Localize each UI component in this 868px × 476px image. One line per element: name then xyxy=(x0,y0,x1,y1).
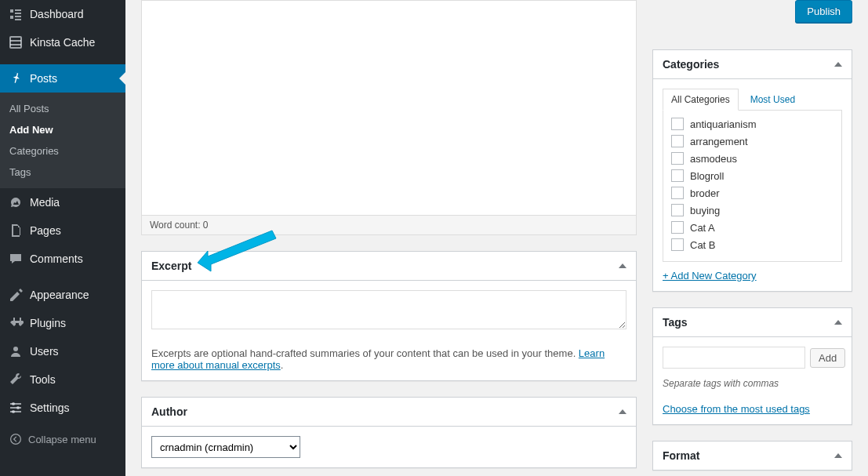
menu-appearance[interactable]: Appearance xyxy=(0,281,125,309)
collapse-icon xyxy=(8,431,24,447)
main-content: Word count: 0 Excerpt Excerpts are optio… xyxy=(125,0,868,476)
postbox-tags-header[interactable]: Tags xyxy=(653,308,852,337)
category-checkbox[interactable] xyxy=(671,187,684,199)
category-checkbox[interactable] xyxy=(671,204,684,216)
pin-icon xyxy=(8,71,24,86)
tools-icon xyxy=(8,372,24,387)
category-item[interactable]: broder xyxy=(671,184,833,202)
svg-rect-0 xyxy=(10,37,21,48)
svg-point-3 xyxy=(13,347,18,351)
category-item[interactable]: buying xyxy=(671,202,833,219)
menu-label: Plugins xyxy=(30,317,66,329)
submenu-posts: All Posts Add New Categories Tags xyxy=(0,93,125,188)
appearance-icon xyxy=(8,287,24,303)
menu-label: Posts xyxy=(30,72,57,85)
settings-icon xyxy=(8,400,24,416)
category-checkbox[interactable] xyxy=(671,118,684,130)
collapse-menu[interactable]: Collapse menu xyxy=(0,425,125,453)
menu-label: Tools xyxy=(30,373,56,386)
add-tag-button[interactable]: Add xyxy=(810,348,845,368)
media-icon xyxy=(8,194,24,210)
category-item[interactable]: arrangement xyxy=(671,133,833,150)
category-label: Cat B xyxy=(690,239,716,251)
choose-tags-link[interactable]: Choose from the most used tags xyxy=(663,403,810,415)
category-label: arrangement xyxy=(690,136,748,147)
publish-button[interactable]: Publish xyxy=(795,0,852,23)
add-category-link[interactable]: + Add New Category xyxy=(663,270,757,282)
menu-settings[interactable]: Settings xyxy=(0,394,125,422)
collapse-label: Collapse menu xyxy=(28,434,96,445)
word-count: Word count: 0 xyxy=(150,220,208,231)
postbox-author: Author crnadmin (crnadmin) xyxy=(141,397,637,468)
excerpt-help: Excerpts are optional hand-crafted summa… xyxy=(151,347,626,371)
tab-most-used[interactable]: Most Used xyxy=(742,89,804,111)
menu-pages[interactable]: Pages xyxy=(0,216,125,245)
category-item[interactable]: asmodeus xyxy=(671,150,833,167)
dashboard-icon xyxy=(8,6,24,22)
category-tabs: All Categories Most Used xyxy=(663,89,842,111)
admin-sidebar: Dashboard Kinsta Cache Posts All Posts A… xyxy=(0,0,125,476)
pages-icon xyxy=(8,223,24,238)
menu-label: Pages xyxy=(30,224,61,237)
postbox-format-header[interactable]: Format xyxy=(653,441,852,470)
categories-title: Categories xyxy=(663,58,719,71)
postbox-format: Format xyxy=(652,441,852,471)
category-checkbox[interactable] xyxy=(671,238,684,251)
menu-plugins[interactable]: Plugins xyxy=(0,309,125,337)
category-item[interactable]: Cat B xyxy=(671,236,833,253)
category-list[interactable]: antiquarianism arrangement asmodeus Blog… xyxy=(663,110,842,262)
submenu-add-new[interactable]: Add New xyxy=(0,119,125,140)
category-label: asmodeus xyxy=(690,153,737,165)
chevron-up-icon xyxy=(619,409,626,414)
category-checkbox[interactable] xyxy=(671,221,684,234)
menu-tools[interactable]: Tools xyxy=(0,365,125,394)
excerpt-help-period: . xyxy=(281,359,284,371)
chevron-up-icon xyxy=(834,62,842,67)
menu-kinsta-cache[interactable]: Kinsta Cache xyxy=(0,28,125,56)
tab-all-categories[interactable]: All Categories xyxy=(663,89,739,111)
menu-label: Kinsta Cache xyxy=(30,36,95,49)
category-label: broder xyxy=(690,187,720,199)
svg-point-8 xyxy=(16,406,20,409)
menu-label: Dashboard xyxy=(30,8,84,20)
category-item[interactable]: Cat A xyxy=(671,219,833,236)
category-checkbox[interactable] xyxy=(671,169,684,182)
menu-posts[interactable]: Posts xyxy=(0,64,125,93)
category-item[interactable]: antiquarianism xyxy=(671,115,833,133)
svg-point-9 xyxy=(12,410,15,413)
postbox-categories: Categories All Categories Most Used anti… xyxy=(652,49,852,292)
submenu-categories[interactable]: Categories xyxy=(0,140,125,162)
category-checkbox[interactable] xyxy=(671,135,684,147)
submenu-tags[interactable]: Tags xyxy=(0,162,125,183)
postbox-excerpt: Excerpt Excerpts are optional hand-craft… xyxy=(141,251,637,381)
format-title: Format xyxy=(663,449,699,462)
category-label: Blogroll xyxy=(690,170,724,182)
postbox-categories-header[interactable]: Categories xyxy=(653,50,852,79)
publish-bar: Publish xyxy=(652,0,852,31)
tags-title: Tags xyxy=(663,316,688,329)
menu-media[interactable]: Media xyxy=(0,188,125,216)
category-checkbox[interactable] xyxy=(671,152,684,165)
excerpt-input[interactable] xyxy=(151,290,626,329)
excerpt-help-text: Excerpts are optional hand-crafted summa… xyxy=(151,347,579,359)
author-select[interactable]: crnadmin (crnadmin) xyxy=(151,436,300,458)
editor-textarea[interactable] xyxy=(141,0,637,216)
author-title: Author xyxy=(151,405,187,418)
chevron-up-icon xyxy=(834,320,842,325)
menu-label: Comments xyxy=(30,253,83,265)
menu-comments[interactable]: Comments xyxy=(0,245,125,273)
svg-point-7 xyxy=(12,402,15,405)
submenu-all-posts[interactable]: All Posts xyxy=(0,98,125,119)
postbox-excerpt-header[interactable]: Excerpt xyxy=(142,252,636,281)
chevron-up-icon xyxy=(619,263,626,268)
plugins-icon xyxy=(8,315,24,331)
menu-users[interactable]: Users xyxy=(0,337,125,365)
category-label: antiquarianism xyxy=(690,118,757,130)
postbox-author-header[interactable]: Author xyxy=(142,398,636,427)
menu-dashboard[interactable]: Dashboard xyxy=(0,0,125,28)
chevron-up-icon xyxy=(834,453,842,458)
category-item[interactable]: Blogroll xyxy=(671,167,833,184)
tag-input[interactable] xyxy=(663,347,805,369)
editor-footer: Word count: 0 xyxy=(141,216,637,235)
cache-icon xyxy=(8,35,24,50)
